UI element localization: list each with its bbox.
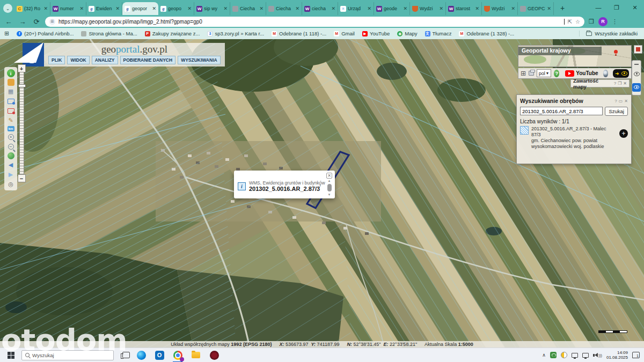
print-icon[interactable] — [529, 71, 534, 76]
visibility-eye-active-button[interactable] — [632, 83, 641, 92]
tab-close-icon[interactable]: ✕ — [295, 6, 299, 11]
tab-7[interactable]: Ciecha✕ — [230, 2, 266, 15]
bookmark-item[interactable]: PZakupy związane z... — [145, 31, 200, 36]
restore-panel-icon[interactable]: ❐ — [618, 81, 621, 86]
help-icon[interactable]: ? — [614, 81, 616, 86]
satellite-map[interactable]: g geoportal.gov.pl PLIK WIDOK ANALIZY PO… — [0, 39, 644, 348]
youtube-button[interactable]: YouTube — [565, 70, 598, 77]
full-extent-globe-icon[interactable] — [8, 152, 14, 159]
apps-grid-icon[interactable]: ⊞ — [4, 30, 9, 37]
minimize-panel-icon[interactable]: ▭ — [619, 99, 623, 104]
taskbar-outlook[interactable]: O — [152, 348, 166, 362]
tab-close-icon[interactable]: ✕ — [152, 6, 156, 11]
browser-menu-icon[interactable]: ⋮ — [612, 18, 618, 25]
bookmark-item[interactable]: ▶YouTube — [362, 31, 390, 36]
tab-close-icon[interactable]: ✕ — [43, 6, 48, 11]
tab-6[interactable]: Wsip wy✕ — [194, 2, 230, 15]
reload-button[interactable]: ⟳ — [31, 16, 42, 27]
zoom-slider-track[interactable] — [19, 72, 24, 174]
taskbar-edge[interactable] — [134, 348, 148, 362]
window-close-button[interactable]: ✕ — [626, 0, 644, 15]
tab-5[interactable]: ggeopo✕ — [158, 2, 194, 15]
address-bar[interactable]: ☰ https://mapy.geoportal.gov.pl/imap/Img… — [45, 17, 584, 27]
accessibility-contrast-button[interactable]: ➜ — [613, 69, 629, 78]
tab-close-icon[interactable]: ✕ — [439, 6, 443, 11]
overview-minimap[interactable]: Geoportal krajowy — [518, 45, 632, 67]
draw-tool-icon[interactable]: ✎ — [7, 116, 15, 124]
tab-2[interactable]: Wnumer✕ — [50, 2, 86, 15]
menu-wyszukiwania[interactable]: WYSZUKIWANIA — [178, 56, 221, 64]
volume-tray-icon[interactable]: ))) — [593, 353, 602, 357]
site-settings-icon[interactable]: ☰ — [49, 19, 55, 25]
window-restore-button[interactable]: ❐ — [608, 0, 626, 15]
back-button[interactable]: ← — [3, 16, 14, 27]
tab-11[interactable]: Wgeode✕ — [374, 2, 410, 15]
profile-avatar[interactable]: R — [598, 17, 608, 26]
search-result-item[interactable]: 201302_5.0016.AR_2.87/3 - Malec 87/3 gm.… — [520, 126, 628, 150]
taskbar-clock[interactable]: 14:09 01.08.2025 — [606, 350, 628, 360]
search-button[interactable]: Szukaj — [605, 107, 628, 116]
map-view-remove-icon[interactable] — [7, 107, 15, 115]
collapse-dash-icon[interactable] — [634, 64, 639, 65]
legend-grid-icon[interactable]: ⊞ — [521, 70, 526, 77]
tab-close-icon[interactable]: ✕ — [187, 6, 192, 11]
close-panel-icon[interactable]: ✕ — [624, 99, 628, 104]
help-icon[interactable]: ? — [554, 70, 559, 77]
tab-10[interactable]: ✳Urząd✕ — [338, 2, 374, 15]
bookmark-item[interactable]: ◉Mapy — [397, 31, 417, 36]
tab-close-icon[interactable]: ✕ — [475, 6, 479, 11]
bookmark-item[interactable]: MGmail — [334, 31, 355, 36]
tab-1[interactable]: C(32) Ro✕ — [14, 2, 50, 15]
window-minimize-button[interactable]: — — [589, 0, 608, 15]
taskbar-chrome-active[interactable] — [171, 348, 185, 362]
bookmark-item[interactable]: MOdebrane (1 118) -... — [272, 31, 326, 36]
globe-icon[interactable] — [603, 70, 609, 77]
tab-13[interactable]: Wstarost✕ — [446, 2, 482, 15]
tab-3[interactable]: gEwiden✕ — [86, 2, 122, 15]
zoom-in-button[interactable]: + — [18, 64, 26, 72]
popup-scrollbar[interactable]: ▲ ▼ — [327, 179, 332, 196]
menu-pobieranie-danych[interactable]: POBIERANIE DANYCH — [120, 56, 176, 64]
tab-14[interactable]: Wydzi✕ — [482, 2, 518, 15]
taskbar-file-explorer[interactable] — [189, 348, 203, 362]
visibility-eye-icon[interactable] — [634, 72, 640, 76]
zoom-slider-handle[interactable] — [18, 84, 26, 87]
zoom-out-button[interactable]: − — [18, 174, 26, 182]
tab-close-icon[interactable]: ✕ — [367, 6, 371, 11]
all-bookmarks-button[interactable]: Wszystkie zakładki — [579, 31, 638, 36]
coordinates-tool-icon[interactable]: ◎ — [7, 180, 15, 188]
zoom-out-tool-icon[interactable]: − — [7, 143, 15, 151]
menu-widok[interactable]: WIDOK — [67, 56, 89, 64]
tab-close-icon[interactable]: ✕ — [223, 6, 228, 11]
gpu-tray-icon[interactable] — [550, 352, 557, 358]
forward-button[interactable]: → — [17, 16, 28, 27]
tab-close-icon[interactable]: ✕ — [331, 6, 335, 11]
parcel-search-input[interactable] — [520, 107, 603, 115]
bookmark-item[interactable]: f(20+) Poland Airbnb... — [17, 31, 74, 36]
bookmark-item[interactable]: 文Tłumacz — [425, 31, 452, 36]
tab-12[interactable]: Wydzi✕ — [410, 2, 446, 15]
network-tray-icon[interactable] — [582, 353, 589, 358]
send-to-device-icon[interactable]: ⇱ — [568, 19, 572, 25]
tab-close-icon[interactable]: ✕ — [259, 6, 264, 11]
antivirus-tray-icon[interactable] — [561, 352, 567, 358]
next-view-icon[interactable]: ▶ — [7, 171, 15, 179]
map-view-settings-icon[interactable] — [7, 97, 15, 105]
url-text[interactable]: https://mapy.geoportal.gov.pl/imap/Imgp_… — [58, 19, 563, 25]
close-panel-icon[interactable]: ✕ — [623, 81, 627, 86]
map-contents-bar[interactable]: Zawartość mapy ? ❐ ✕ — [570, 79, 630, 87]
tab-search-chevron-icon[interactable]: ⌄ — [3, 4, 12, 13]
info-tool-icon[interactable]: i — [7, 69, 15, 77]
tab-8[interactable]: Ciecha✕ — [266, 2, 302, 15]
display-tray-icon[interactable] — [572, 353, 578, 358]
tray-expand-icon[interactable]: ∧ — [542, 352, 546, 358]
menu-analizy[interactable]: ANALIZY — [92, 56, 118, 64]
previous-view-icon[interactable]: ◀ — [7, 161, 15, 169]
help-icon[interactable]: ? — [614, 99, 617, 104]
tab-9[interactable]: Wciecha✕ — [302, 2, 338, 15]
measure-tool-icon[interactable]: km — [8, 126, 14, 131]
attribute-table-icon[interactable]: ▦ — [7, 87, 15, 95]
layers-tool-icon[interactable] — [8, 79, 14, 86]
language-select[interactable]: pol▼ — [537, 69, 552, 77]
bookmark-star-icon[interactable]: ☆ — [575, 19, 580, 25]
